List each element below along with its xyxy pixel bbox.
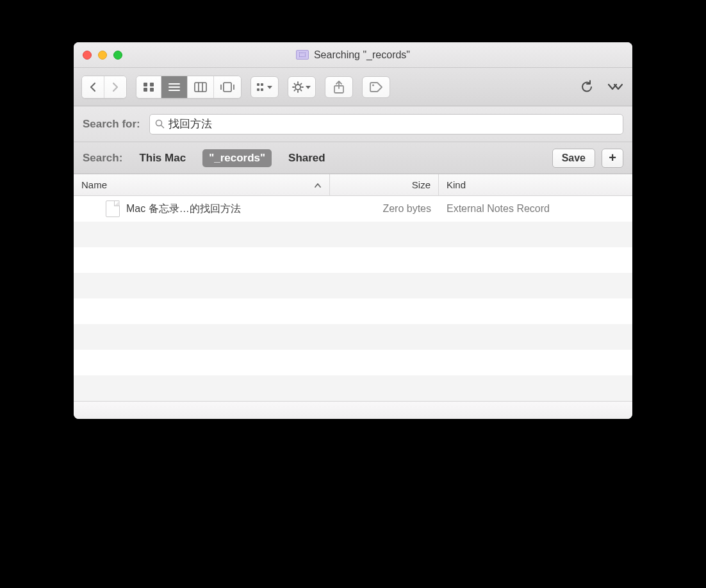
svg-line-24: [294, 90, 295, 90]
close-button[interactable]: [83, 51, 92, 60]
view-column-button[interactable]: [187, 76, 213, 98]
view-list-button[interactable]: [161, 76, 187, 98]
svg-rect-10: [224, 83, 231, 92]
minimize-button[interactable]: [98, 51, 107, 60]
group-by-button[interactable]: [250, 76, 279, 98]
folder-icon: [296, 50, 309, 60]
view-gallery-button[interactable]: [213, 76, 241, 98]
view-icon-button[interactable]: [136, 76, 161, 98]
column-name[interactable]: Name: [74, 174, 330, 195]
search-icon: [155, 119, 165, 129]
empty-row: [74, 247, 632, 273]
empty-row: [74, 324, 632, 350]
search-scope-row: Search: This Mac "_records" Shared Save …: [74, 142, 632, 174]
file-size: Zero bytes: [330, 203, 439, 215]
scope-records[interactable]: "_records": [202, 149, 272, 167]
svg-line-25: [300, 83, 301, 84]
empty-row: [74, 298, 632, 324]
tags-button[interactable]: [362, 76, 390, 98]
empty-row: [74, 222, 632, 247]
add-criteria-button[interactable]: +: [602, 149, 623, 168]
search-input[interactable]: [168, 118, 618, 131]
scope-shared[interactable]: Shared: [282, 149, 332, 167]
nav-group: [81, 76, 127, 99]
file-name: Mac 备忘录…的找回方法: [126, 202, 241, 216]
column-size[interactable]: Size: [330, 174, 439, 195]
window-title: Searching "_records": [74, 49, 632, 61]
svg-point-27: [372, 84, 374, 86]
save-search-button[interactable]: Save: [552, 149, 595, 168]
maximize-button[interactable]: [113, 51, 122, 60]
titlebar: Searching "_records": [74, 42, 632, 68]
empty-row: [74, 375, 632, 401]
svg-line-29: [161, 126, 163, 128]
action-menu-button[interactable]: [288, 76, 316, 98]
svg-rect-2: [144, 88, 147, 92]
forward-button[interactable]: [104, 76, 126, 98]
sort-ascending-icon: [314, 182, 322, 188]
empty-row: [74, 273, 632, 298]
column-kind[interactable]: Kind: [439, 174, 632, 195]
svg-point-17: [295, 85, 300, 90]
search-field[interactable]: [149, 114, 623, 135]
svg-line-22: [294, 83, 295, 84]
search-scope-label: Search:: [83, 152, 122, 165]
refresh-button[interactable]: [577, 76, 596, 98]
search-for-label: Search for:: [83, 118, 140, 131]
toolbar: [74, 68, 632, 106]
svg-line-23: [300, 90, 301, 90]
window-title-text: Searching "_records": [314, 49, 410, 61]
empty-row: [74, 350, 632, 375]
file-list: Mac 备忘录…的找回方法 Zero bytes External Notes …: [74, 196, 632, 401]
svg-rect-13: [257, 83, 259, 86]
search-for-row: Search for:: [74, 106, 632, 142]
finder-window: Searching "_records": [74, 42, 632, 419]
file-kind: External Notes Record: [439, 203, 632, 215]
scope-this-mac[interactable]: This Mac: [133, 149, 192, 167]
svg-rect-3: [150, 88, 154, 92]
share-button[interactable]: [325, 76, 353, 98]
traffic-lights: [74, 51, 122, 60]
svg-rect-15: [257, 88, 259, 91]
table-row[interactable]: Mac 备忘录…的找回方法 Zero bytes External Notes …: [74, 196, 632, 222]
svg-rect-1: [150, 83, 154, 86]
svg-rect-7: [195, 83, 206, 92]
path-bar: [74, 401, 632, 419]
file-icon: [106, 200, 120, 217]
view-mode-group: [136, 76, 242, 99]
svg-rect-14: [261, 83, 263, 86]
column-header: Name Size Kind: [74, 174, 632, 196]
back-button[interactable]: [82, 76, 104, 98]
overflow-button[interactable]: [605, 76, 625, 98]
svg-rect-0: [144, 83, 147, 86]
svg-rect-16: [261, 88, 263, 91]
